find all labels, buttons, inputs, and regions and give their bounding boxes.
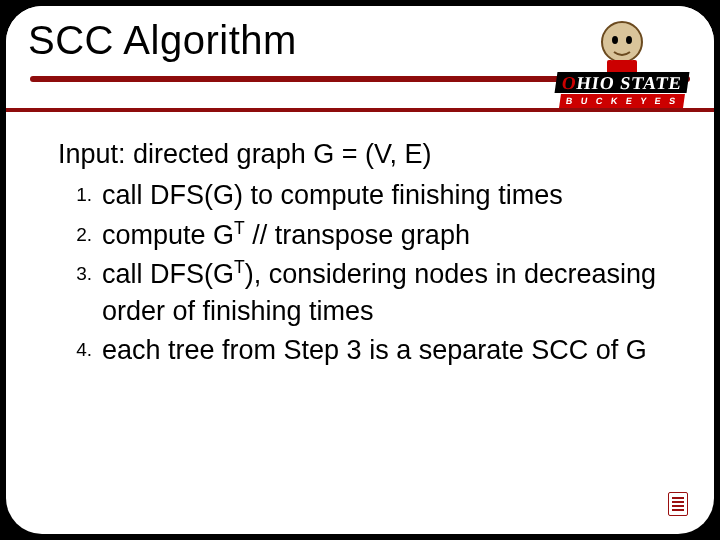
input-line: Input: directed graph G = (V, E) [58,136,670,173]
slide-content: Input: directed graph G = (V, E) 1. call… [58,136,670,372]
logo-text-state: STATE [619,73,683,93]
slide-frame: SCC Algorithm OHIO STATE B U C K E Y E S [6,6,714,534]
step-text: each tree from Step 3 is a separate SCC … [102,335,647,365]
list-item: 2. compute GT // transpose graph [102,217,670,254]
step-text: call DFS(G) to compute finishing times [102,180,563,210]
step-text: compute GT // transpose graph [102,220,470,250]
title-bar: SCC Algorithm OHIO STATE B U C K E Y E S [6,6,714,112]
svg-point-2 [626,36,632,44]
step-number: 2. [58,222,92,248]
list-item: 3. call DFS(GT), considering nodes in de… [102,256,670,331]
page-indicator-icon [668,492,688,516]
list-item: 1. call DFS(G) to compute finishing time… [102,177,670,214]
logo-wordmark: OHIO STATE [555,72,690,93]
logo-subtext: B U C K E Y E S [559,94,685,108]
step-number: 4. [58,337,92,363]
svg-point-1 [612,36,618,44]
step-number: 1. [58,182,92,208]
step-number: 3. [58,261,92,287]
logo-text-hio: HIO [576,73,617,93]
ohio-state-logo: OHIO STATE B U C K E Y E S [546,6,698,108]
slide-title: SCC Algorithm [28,18,297,63]
list-item: 4. each tree from Step 3 is a separate S… [102,332,670,369]
step-text: call DFS(GT), considering nodes in decre… [102,259,656,326]
algorithm-steps: 1. call DFS(G) to compute finishing time… [58,177,670,369]
brutus-mascot-icon [587,18,657,78]
